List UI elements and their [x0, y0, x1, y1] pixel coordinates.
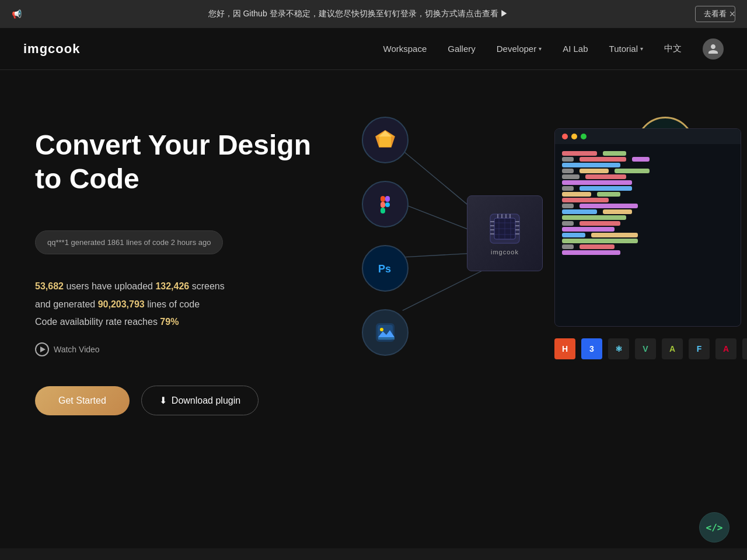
- download-label: Download plugin: [172, 396, 240, 406]
- stat-users-number: 53,682: [35, 281, 64, 291]
- imgcook-processor: imgcook: [467, 195, 543, 271]
- nav-item-developer[interactable]: Developer ▾: [497, 44, 542, 54]
- workspace-link[interactable]: Workspace: [383, 44, 427, 54]
- nav-item-gallery[interactable]: Gallery: [448, 44, 476, 54]
- chat-icon: </>: [706, 522, 723, 533]
- user-avatar[interactable]: [703, 38, 724, 60]
- svg-marker-22: [378, 337, 395, 340]
- ailab-link[interactable]: AI Lab: [563, 44, 588, 54]
- banner-icon: 📢: [12, 9, 22, 19]
- ruby-icon: R: [742, 338, 747, 359]
- editor-header: [555, 129, 741, 144]
- editor-dot-green: [581, 134, 587, 139]
- hero-title: Convert Your Design to Code: [35, 128, 338, 195]
- svg-marker-10: [379, 136, 391, 147]
- html-icon: H: [554, 338, 575, 359]
- editor-body: [555, 144, 741, 263]
- react-icon: ⚛: [608, 338, 629, 359]
- stat-screens-text: screens: [192, 281, 225, 291]
- stat-lines-text: lines of code: [147, 299, 200, 309]
- tech-icons-row: H 3 ⚛ V A F A R ◆ +: [554, 338, 747, 359]
- hero-left: Convert Your Design to Code qq***1 gener…: [35, 117, 338, 415]
- play-icon: [35, 342, 49, 356]
- code-editor-mock: [554, 128, 741, 327]
- navbar: imgcook Workspace Gallery Developer ▾ AI…: [0, 28, 747, 70]
- developer-chevron: ▾: [539, 46, 542, 52]
- stat-screens-number: 132,426: [155, 281, 189, 291]
- svg-point-14: [385, 202, 390, 207]
- editor-dot-yellow: [571, 134, 577, 139]
- photoshop-icon: Ps: [362, 245, 409, 292]
- svg-point-20: [380, 328, 383, 331]
- hero-stats: 53,682 users have uploaded 132,426 scree…: [35, 278, 338, 331]
- stat-rate-number: 79%: [160, 317, 179, 327]
- banner-text: 您好，因 Github 登录不稳定，建议您尽快切换至钉钉登录，切换方式请点击查看…: [29, 9, 688, 19]
- tutorial-link[interactable]: Tutorial ▾: [609, 44, 643, 54]
- watch-video-link[interactable]: Watch Video: [35, 342, 338, 356]
- stat-lines-number: 90,203,793: [98, 299, 145, 309]
- figma-icon: [362, 181, 409, 228]
- image-icon: [362, 309, 409, 356]
- notification-pill: qq***1 generated 1861 lines of code 2 ho…: [35, 230, 223, 254]
- logo[interactable]: imgcook: [23, 41, 80, 57]
- chat-button[interactable]: </>: [699, 512, 729, 542]
- announcement-banner: 📢 您好，因 Github 登录不稳定，建议您尽快切换至钉钉登录，切换方式请点击…: [0, 0, 747, 28]
- nav-item-workspace[interactable]: Workspace: [383, 44, 427, 54]
- vue-icon: V: [635, 338, 656, 359]
- design-tools: Ps: [362, 117, 409, 356]
- nav-item-tutorial[interactable]: Tutorial ▾: [609, 44, 643, 54]
- nav-item-ailab[interactable]: AI Lab: [563, 44, 588, 54]
- lang-link[interactable]: 中文: [664, 43, 682, 54]
- hero-buttons: Get Started ⬇ Download plugin: [35, 386, 338, 415]
- sketch-icon: [362, 117, 409, 163]
- svg-rect-12: [385, 196, 390, 202]
- svg-rect-15: [381, 208, 385, 214]
- css-icon: 3: [581, 338, 602, 359]
- stat-users-text: users have uploaded: [66, 281, 155, 291]
- svg-rect-13: [381, 202, 385, 208]
- banner-close-button[interactable]: ×: [729, 8, 735, 20]
- watch-video-text: Watch Video: [54, 345, 100, 354]
- get-started-button[interactable]: Get Started: [35, 386, 130, 415]
- imgcook-label: imgcook: [491, 249, 519, 256]
- svg-text:Ps: Ps: [378, 263, 391, 275]
- stat-line-1: 53,682 users have uploaded 132,426 scree…: [35, 278, 338, 295]
- android-icon: A: [662, 338, 683, 359]
- stat-line-3: Code availability rate reaches 79%: [35, 313, 338, 331]
- editor-dot-red: [562, 134, 568, 139]
- developer-link[interactable]: Developer ▾: [497, 44, 542, 54]
- gallery-link[interactable]: Gallery: [448, 44, 476, 54]
- flutter-icon: F: [689, 338, 710, 359]
- angular-icon: A: [715, 338, 736, 359]
- nav-item-lang[interactable]: 中文: [664, 43, 682, 54]
- stat-line-2: and generated 90,203,793 lines of code: [35, 296, 338, 313]
- stat-rate-text: Code availability rate reaches: [35, 317, 160, 327]
- download-icon: ⬇: [159, 395, 167, 406]
- tutorial-chevron: ▾: [640, 46, 643, 52]
- download-plugin-button[interactable]: ⬇ Download plugin: [141, 386, 259, 415]
- svg-rect-11: [381, 196, 385, 202]
- hero-section: Convert Your Design to Code qq***1 gener…: [0, 70, 747, 548]
- stat-generated-text: and generated: [35, 299, 98, 309]
- nav-links: Workspace Gallery Developer ▾ AI Lab Tut…: [383, 43, 682, 54]
- user-icon: [707, 43, 719, 55]
- hero-diagram: </>: [338, 105, 712, 420]
